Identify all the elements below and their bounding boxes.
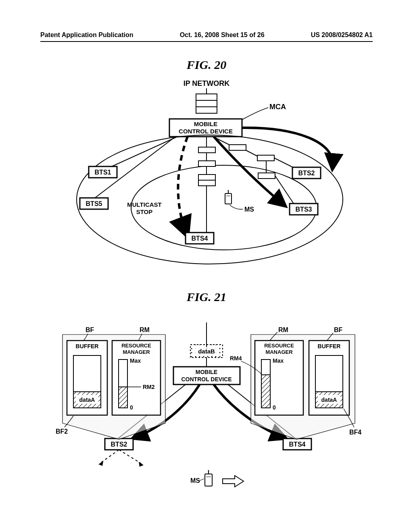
svg-rect-4 [198,147,215,153]
right-callout: RM BF RESOURCE MANAGER Max 0 RM4 BUFFER … [230,326,361,439]
svg-line-11 [213,137,234,147]
svg-line-15 [274,158,302,172]
svg-point-22 [228,190,229,191]
svg-rect-17 [258,173,275,179]
svg-line-31 [228,384,296,439]
svg-line-18 [275,176,294,204]
fig21-diagram: dataB MOBILE CONTROL DEVICE BTS2 BTS4 BF… [40,322,373,512]
rm4-label: RM4 [230,355,242,362]
svg-rect-33 [73,355,101,408]
svg-rect-34 [73,392,101,408]
svg-rect-40 [119,387,127,408]
svg-line-2 [93,137,175,200]
svg-rect-45 [261,375,270,408]
mobile-control-device-box [169,119,242,137]
svg-rect-54 [205,474,212,486]
rm-right-label: RM [278,326,288,333]
multicast-stop-line1: MULTICAST [127,201,162,208]
inner-ellipse [131,165,317,250]
svg-rect-49 [318,395,340,404]
svg-rect-39 [119,360,127,408]
arrow-right [214,384,282,437]
bts2-21-box [105,438,133,450]
arrow-multicast-stop [178,137,188,231]
bts2-box [292,167,321,179]
bf4-label: BF4 [349,429,361,436]
page-header: Patent Application Publication Oct. 16, … [0,0,413,39]
bts5-label: BTS5 [86,200,102,207]
bts4-21-label: BTS4 [289,441,306,448]
fig20-title: FIG. 20 [0,58,413,72]
router-icon [196,94,217,100]
bts1-box [89,166,117,178]
svg-marker-52 [98,461,103,466]
svg-line-51 [119,450,141,463]
svg-rect-14 [257,155,274,161]
bf-left-label: BF [86,326,94,333]
bts1-label: BTS1 [95,169,111,176]
svg-rect-12 [229,145,246,150]
svg-rect-36 [112,341,161,415]
rm-left-label: RM [140,326,150,333]
arrow-right-outer [242,128,333,165]
svg-text:MANAGER: MANAGER [123,349,150,355]
svg-text:MANAGER: MANAGER [265,349,293,355]
header-center: Oct. 16, 2008 Sheet 15 of 26 [180,31,265,39]
svg-marker-53 [139,462,144,467]
datab-label: dataB [198,348,215,355]
bf-right-label: BF [334,326,343,333]
direction-arrow-icon [223,476,244,487]
max-right: Max [273,357,284,364]
dataA-right: dataA [321,397,337,403]
header-right: US 2008/0254802 A1 [311,31,373,39]
buffer-left-label: BUFFER [76,343,99,349]
svg-rect-32 [67,341,107,415]
svg-line-13 [246,150,260,158]
ms21-label: MS [190,477,200,484]
svg-rect-46 [309,341,349,415]
svg-rect-41 [255,341,303,415]
svg-text:RESOURCE: RESOURCE [264,343,294,349]
bts4-21-box [283,438,311,450]
bts3-box [290,204,318,215]
svg-text:RESOURCE: RESOURCE [121,343,151,349]
max-left: Max [130,357,141,364]
svg-text:CONTROL DEVICE: CONTROL DEVICE [181,376,232,382]
svg-rect-44 [261,360,270,408]
svg-text:MOBILE: MOBILE [196,369,217,375]
bf2-label: BF2 [56,428,68,435]
mobile-phone-icon [225,190,232,204]
fig20-diagram: IP NETWORK MCA MOBILE CONTROL DEVICE BTS… [40,79,373,276]
svg-rect-26 [194,347,219,355]
svg-line-1 [103,137,177,170]
svg-rect-8 [198,175,215,180]
svg-point-57 [208,470,209,471]
multicast-stop-line2: STOP [136,208,153,215]
ip-network-label: IP NETWORK [184,79,230,87]
svg-rect-6 [198,161,215,166]
mcd-line2: CONTROL DEVICE [179,128,233,135]
mobile-phone-icon-21 [205,470,212,486]
zero-left: 0 [130,404,133,411]
mcd-line1: MOBILE [194,121,217,127]
svg-line-50 [101,450,119,463]
datab-box [190,345,223,357]
fig21-title: FIG. 21 [0,290,413,304]
mca-label: MCA [269,103,286,111]
arrow-bts3 [214,137,282,204]
bts5-box [80,198,108,209]
bts4-label: BTS4 [192,235,208,242]
svg-rect-35 [76,395,98,404]
dataA-left: dataA [79,397,95,403]
bts4-box [186,233,214,244]
bts2-21-label: BTS2 [111,441,127,448]
ms-label: MS [244,206,254,213]
router-icon [196,100,217,107]
zero-right: 0 [273,404,276,411]
svg-rect-19 [225,193,232,204]
router-icon [196,107,217,113]
buffer-right-label: BUFFER [318,343,341,349]
svg-rect-47 [315,355,343,408]
rm2-label: RM2 [143,384,155,390]
svg-rect-48 [315,392,343,408]
